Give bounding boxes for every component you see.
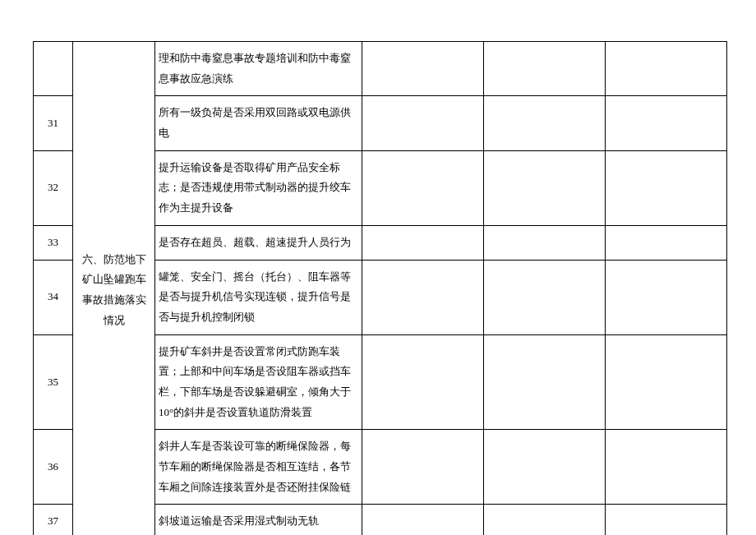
empty-cell bbox=[362, 334, 484, 430]
empty-cell bbox=[484, 150, 606, 225]
empty-cell bbox=[484, 334, 606, 430]
empty-cell bbox=[484, 505, 606, 535]
empty-cell bbox=[606, 150, 727, 225]
empty-cell bbox=[606, 430, 727, 505]
empty-cell bbox=[484, 430, 606, 505]
empty-cell bbox=[606, 505, 727, 535]
row-description: 罐笼、安全门、摇台（托台）、阻车器等是否与提升机信号实现连锁，提升信号是否与提升… bbox=[155, 260, 362, 334]
empty-cell bbox=[484, 42, 606, 96]
table-row: 六、防范地下矿山坠罐跑车事故措施落实情况 理和防中毒窒息事故专题培训和防中毒窒息… bbox=[34, 42, 727, 96]
empty-cell bbox=[606, 225, 727, 260]
row-number: 35 bbox=[34, 334, 73, 430]
row-number: 36 bbox=[34, 430, 73, 505]
empty-cell bbox=[362, 430, 484, 505]
empty-cell bbox=[606, 96, 727, 150]
row-number: 32 bbox=[34, 150, 73, 225]
row-number: 34 bbox=[34, 260, 73, 334]
inspection-table: 六、防范地下矿山坠罐跑车事故措施落实情况 理和防中毒窒息事故专题培训和防中毒窒息… bbox=[33, 41, 727, 535]
row-number bbox=[34, 42, 73, 96]
empty-cell bbox=[362, 225, 484, 260]
empty-cell bbox=[606, 260, 727, 334]
row-description: 斜坡道运输是否采用湿式制动无轨 bbox=[155, 505, 362, 535]
empty-cell bbox=[484, 225, 606, 260]
empty-cell bbox=[362, 42, 484, 96]
row-description: 斜井人车是否装设可靠的断绳保险器，每节车厢的断绳保险器是否相互连结，各节车厢之间… bbox=[155, 430, 362, 505]
row-number: 33 bbox=[34, 225, 73, 260]
empty-cell bbox=[362, 96, 484, 150]
empty-cell bbox=[606, 42, 727, 96]
row-description: 理和防中毒窒息事故专题培训和防中毒窒息事故应急演练 bbox=[155, 42, 362, 96]
empty-cell bbox=[484, 96, 606, 150]
empty-cell bbox=[362, 505, 484, 535]
empty-cell bbox=[484, 260, 606, 334]
row-description: 所有一级负荷是否采用双回路或双电源供电 bbox=[155, 96, 362, 150]
category-cell: 六、防范地下矿山坠罐跑车事故措施落实情况 bbox=[73, 42, 155, 536]
empty-cell bbox=[606, 334, 727, 430]
row-number: 37 bbox=[34, 505, 73, 535]
empty-cell bbox=[362, 260, 484, 334]
row-number: 31 bbox=[34, 96, 73, 150]
row-description: 提升矿车斜井是否设置常闭式防跑车装置；上部和中间车场是否设阻车器或挡车栏，下部车… bbox=[155, 334, 362, 430]
empty-cell bbox=[362, 150, 484, 225]
row-description: 提升运输设备是否取得矿用产品安全标志；是否违规使用带式制动器的提升绞车作为主提升… bbox=[155, 150, 362, 225]
row-description: 是否存在超员、超载、超速提升人员行为 bbox=[155, 225, 362, 260]
